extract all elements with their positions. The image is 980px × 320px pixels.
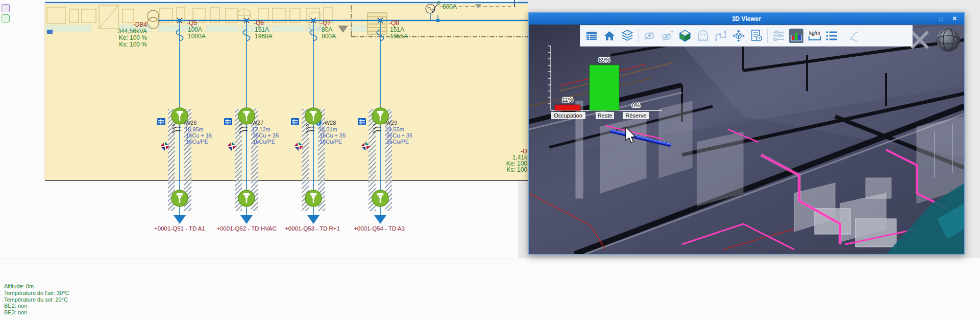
cable-table-icon[interactable] bbox=[157, 118, 165, 125]
cable-section1: 16Cu + 35 bbox=[320, 132, 346, 139]
toolbar-separator bbox=[638, 29, 639, 43]
location-pin-top[interactable] bbox=[172, 108, 188, 124]
bar-category-label: Occupation bbox=[554, 112, 582, 119]
cable-length: 14,55m bbox=[385, 126, 404, 132]
breaker-name: -Q6 bbox=[254, 19, 264, 27]
cable-section2: 16Cu/PE bbox=[320, 139, 342, 145]
location-pin-bottom[interactable] bbox=[172, 190, 188, 207]
location-pin-top[interactable] bbox=[305, 108, 322, 124]
feeder-arrow bbox=[240, 215, 253, 224]
feeder-arrow bbox=[374, 215, 386, 224]
bar-reste bbox=[590, 65, 619, 110]
cable-section1: 16Cu + 16 bbox=[186, 132, 212, 139]
feeder-arrow bbox=[174, 215, 186, 224]
env-line: BE3: non bbox=[4, 309, 69, 316]
cable-section2: 16Cu/PE bbox=[186, 139, 208, 145]
env-line: BE2: non bbox=[4, 303, 69, 309]
occupation-chart-icon[interactable] bbox=[789, 29, 803, 43]
breaker-rating: 80A bbox=[322, 26, 332, 33]
svg-text:✦: ✦ bbox=[670, 29, 674, 34]
cable-table-icon[interactable] bbox=[224, 118, 232, 125]
source-power: 344,56kVA bbox=[117, 28, 147, 35]
cube-3d-icon[interactable] bbox=[678, 29, 692, 43]
layers-icon[interactable] bbox=[620, 29, 634, 43]
hide-icon[interactable] bbox=[642, 29, 656, 43]
breaker-rating: 151A bbox=[390, 26, 404, 33]
cable-length: 18,01m bbox=[318, 126, 337, 132]
3d-viewer-window: 3D Viewer □ ✕ bbox=[528, 12, 965, 255]
bar-category-label: Réserve bbox=[626, 112, 647, 119]
source-ks: Ks: 100 % bbox=[119, 41, 147, 48]
hide-new-icon[interactable]: ✦ bbox=[660, 29, 674, 43]
close-button[interactable]: ✕ bbox=[950, 14, 959, 22]
bar-category-label: Reste bbox=[598, 112, 612, 119]
breaker-name: -Q8 bbox=[389, 19, 399, 27]
app-root: -DB4 344,56kVA Ke: 100 % Ks: 100 % 600A … bbox=[0, 0, 980, 320]
kg-per-m-icon[interactable]: kg/m bbox=[807, 29, 821, 43]
bar-value-label: 0% bbox=[632, 102, 640, 108]
feeder-label: +0001-Q54 - TD A3 bbox=[354, 225, 405, 232]
cable-section1: 35Cu + 35 bbox=[386, 132, 412, 139]
cable-section2: 35Cu/PE bbox=[386, 139, 409, 145]
location-pin-bottom[interactable] bbox=[372, 190, 388, 207]
home-icon[interactable] bbox=[602, 29, 617, 43]
mouse-cursor bbox=[625, 127, 637, 144]
cable-length: 17,12m bbox=[252, 126, 271, 132]
breaker-capacity: 1955A bbox=[390, 33, 408, 40]
feeder-label: +0001-Q52 - TD HVAC bbox=[216, 225, 277, 232]
clipped-panel-ks: Ks: 100 bbox=[506, 166, 527, 173]
kgm-label: kg/m bbox=[809, 30, 820, 36]
breaker-rating: 100A bbox=[188, 26, 202, 33]
env-line: Température de l'air: 30°C bbox=[4, 290, 69, 296]
window-title: 3D Viewer bbox=[732, 15, 761, 22]
environment-info: Altitude: 0m Température de l'air: 30°C … bbox=[4, 283, 69, 316]
breaker-capacity: 1968A bbox=[255, 33, 273, 40]
location-pin-bottom[interactable] bbox=[305, 190, 322, 207]
table-icon[interactable] bbox=[584, 29, 599, 43]
breaker-capacity: 800A bbox=[322, 33, 336, 40]
source-ke: Ke: 100 % bbox=[119, 34, 148, 41]
ghost-icon[interactable] bbox=[696, 29, 710, 43]
cable-section2: 16Cu/PE bbox=[253, 139, 275, 145]
sliders-icon[interactable] bbox=[771, 29, 786, 43]
list-icon[interactable] bbox=[825, 29, 839, 43]
feeder-arrow bbox=[307, 215, 320, 224]
cable-section1: 35Cu + 35 bbox=[253, 132, 279, 139]
report-icon[interactable] bbox=[749, 29, 764, 43]
occupation-chart: 11% 89% 0% Occupation Reste Réserve bbox=[545, 44, 665, 123]
feeder-label: +0001-Q51 - TD A1 bbox=[154, 225, 205, 232]
small-blue-glyph bbox=[47, 30, 53, 34]
breaker-name: -Q5 bbox=[187, 19, 197, 27]
breaker-name: -Q7 bbox=[321, 19, 331, 27]
bar-occupation bbox=[555, 105, 580, 110]
env-line: Température du sol: 20°C bbox=[4, 296, 69, 303]
schematic-canvas[interactable]: -DB4 344,56kVA Ke: 100 % Ks: 100 % 600A … bbox=[0, 0, 528, 261]
toolbar-separator bbox=[767, 29, 768, 43]
location-pin-bottom[interactable] bbox=[238, 190, 255, 207]
env-line: Altitude: 0m bbox=[4, 283, 69, 290]
viewer-toolbar: ✦ bbox=[580, 25, 913, 47]
viewer-body: ✦ bbox=[529, 25, 964, 254]
feeder-label: +0001-Q53 - TD R+1 bbox=[285, 225, 340, 232]
breaker-capacity: 1000A bbox=[188, 33, 206, 40]
bar-value-label: 89% bbox=[599, 57, 610, 63]
navigation-globe-icon[interactable] bbox=[937, 28, 960, 52]
maximize-button[interactable]: □ bbox=[937, 14, 946, 22]
cable-table-icon[interactable] bbox=[358, 118, 366, 125]
pan-3d-icon[interactable] bbox=[731, 29, 746, 43]
window-titlebar[interactable]: 3D Viewer □ ✕ bbox=[529, 13, 964, 25]
cable-length: 18,95m bbox=[185, 126, 204, 132]
source-name: -DB4 bbox=[133, 21, 148, 28]
breaker-rating: 151A bbox=[255, 26, 269, 33]
cable-table-icon[interactable] bbox=[291, 118, 299, 125]
location-pin-top[interactable] bbox=[372, 108, 388, 124]
location-pin-top[interactable] bbox=[238, 108, 255, 124]
toolbar-separator bbox=[843, 29, 843, 43]
cable-name: -W28 bbox=[323, 120, 336, 126]
bar-value-label: 11% bbox=[562, 97, 573, 103]
draw-icon[interactable] bbox=[847, 29, 861, 43]
pipes-icon[interactable] bbox=[714, 29, 728, 43]
